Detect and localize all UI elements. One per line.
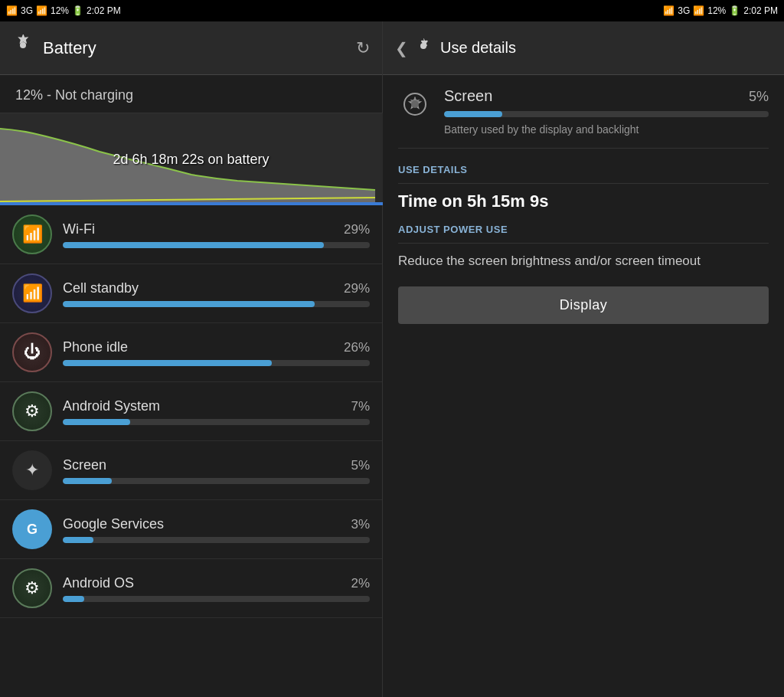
adjust-description: Reduce the screen brightness and/or scre… (398, 251, 769, 271)
display-button[interactable]: Display (398, 286, 769, 324)
network-type-right: 3G (678, 5, 690, 16)
battery-graph: 2d 6h 18m 22s on battery (0, 113, 382, 205)
wifi-item-percent: 29% (344, 222, 370, 237)
screen-item-name: Screen (63, 457, 106, 473)
use-details-label: USE DETAILS (398, 164, 769, 175)
right-content: Screen 5% Battery used by the display an… (383, 75, 784, 697)
screen-detail-icon (398, 87, 432, 121)
cell-item-icon: 📶 (12, 273, 52, 313)
use-details-settings-icon (414, 37, 433, 60)
battery-status-text: 12% - Not charging (0, 75, 382, 113)
battery-icon-right: 🔋 (729, 5, 740, 16)
use-details-divider (398, 183, 769, 184)
right-panel: ❮ Use details (383, 21, 784, 697)
screen-bar-bg (63, 478, 370, 484)
main-layout: Battery ↻ 12% - Not charging 2d 6h 18m 2… (0, 21, 784, 697)
android-system-item-icon: ⚙ (12, 391, 52, 431)
battery-item-google[interactable]: G Google Services 3% (0, 500, 382, 559)
cell-bar-fill (63, 301, 315, 307)
left-header-title: Battery (43, 38, 356, 58)
android-os-bar-bg (63, 596, 370, 602)
screen-detail-name: Screen (444, 87, 492, 105)
cell-bar-bg (63, 301, 370, 307)
wifi-bar-bg (63, 242, 370, 248)
screen-info: Screen 5% Battery used by the display an… (444, 87, 769, 136)
android-os-content: Android OS 2% (63, 575, 370, 602)
time-left: 2:02 PM (87, 5, 121, 16)
network-type-left: 3G (21, 5, 33, 16)
android-os-percent: 2% (351, 576, 370, 591)
screen-item-content: Screen 5% (63, 457, 370, 484)
screen-detail-percent: 5% (749, 89, 769, 105)
battery-item-screen[interactable]: ✦ Screen 5% (0, 441, 382, 500)
adjust-power-use-label: ADJUST POWER USE (398, 224, 769, 235)
google-item-name: Google Services (63, 516, 164, 532)
time-on-value: Time on 5h 15m 9s (398, 191, 769, 211)
status-left: 📶 3G 📶 12% 🔋 2:02 PM (6, 5, 121, 16)
phone-item-name: Phone idle (63, 339, 128, 355)
google-bar-fill (63, 537, 93, 543)
battery-item-cell[interactable]: 📶 Cell standby 29% (0, 264, 382, 323)
screen-detail-section: Screen 5% Battery used by the display an… (398, 87, 769, 149)
battery-item-android-os[interactable]: ⚙ Android OS 2% (0, 559, 382, 618)
phone-item-content: Phone idle 26% (63, 339, 370, 366)
battery-item-android-system[interactable]: ⚙ Android System 7% (0, 382, 382, 441)
wifi-item-name: Wi-Fi (63, 221, 95, 237)
screen-detail-bar-bg (444, 111, 769, 117)
screen-item-percent: 5% (351, 458, 370, 473)
android-os-name: Android OS (63, 575, 134, 591)
wifi-icon-right: 📶 (663, 5, 675, 16)
google-item-icon: G (12, 509, 52, 549)
screen-description: Battery used by the display and backligh… (444, 123, 769, 136)
android-system-bar-bg (63, 419, 370, 425)
google-bar-bg (63, 537, 370, 543)
time-right: 2:02 PM (743, 5, 778, 16)
battery-item-phone[interactable]: ⏻ Phone idle 26% (0, 323, 382, 382)
battery-icon-left: 🔋 (72, 5, 83, 16)
android-system-content: Android System 7% (63, 398, 370, 425)
signal-icon-right: 📶 (693, 5, 704, 16)
screen-detail-bar-fill (444, 111, 502, 117)
back-arrow-icon[interactable]: ❮ (395, 39, 408, 57)
wifi-item-icon: 📶 (12, 214, 52, 254)
battery-percent-left: 12% (51, 5, 69, 16)
left-panel: Battery ↻ 12% - Not charging 2d 6h 18m 2… (0, 21, 383, 697)
battery-graph-label: 2d 6h 18m 22s on battery (113, 152, 269, 168)
phone-bar-bg (63, 360, 370, 366)
left-header: Battery ↻ (0, 21, 382, 75)
android-os-item-icon: ⚙ (12, 568, 52, 608)
phone-item-icon: ⏻ (12, 332, 52, 372)
wifi-bar-fill (63, 242, 324, 248)
screen-item-icon: ✦ (12, 450, 52, 490)
cell-item-percent: 29% (344, 281, 370, 296)
signal-icon-left: 📶 (36, 5, 47, 16)
android-system-name: Android System (63, 398, 160, 414)
phone-item-percent: 26% (344, 340, 370, 355)
phone-bar-fill (63, 360, 272, 366)
refresh-icon[interactable]: ↻ (356, 38, 370, 58)
battery-list: 📶 Wi-Fi 29% 📶 (0, 205, 382, 697)
adjust-power-divider (398, 243, 769, 244)
android-system-percent: 7% (351, 399, 370, 414)
wifi-item-content: Wi-Fi 29% (63, 221, 370, 248)
status-bar: 📶 3G 📶 12% 🔋 2:02 PM 📶 3G 📶 12% 🔋 2:02 P… (0, 0, 784, 21)
battery-settings-icon (12, 34, 34, 61)
wifi-icon-left: 📶 (6, 5, 18, 16)
google-item-percent: 3% (351, 517, 370, 532)
google-item-content: Google Services 3% (63, 516, 370, 543)
svg-point-4 (411, 100, 419, 108)
status-right: 📶 3G 📶 12% 🔋 2:02 PM (663, 5, 778, 16)
svg-rect-1 (0, 202, 383, 205)
right-header-title: Use details (440, 39, 516, 57)
android-system-bar-fill (63, 419, 130, 425)
android-os-bar-fill (63, 596, 84, 602)
screen-bar-fill (63, 478, 112, 484)
battery-percent-right: 12% (707, 5, 726, 16)
battery-item-wifi[interactable]: 📶 Wi-Fi 29% (0, 205, 382, 264)
right-header: ❮ Use details (383, 21, 784, 75)
cell-item-content: Cell standby 29% (63, 280, 370, 307)
cell-item-name: Cell standby (63, 280, 139, 296)
